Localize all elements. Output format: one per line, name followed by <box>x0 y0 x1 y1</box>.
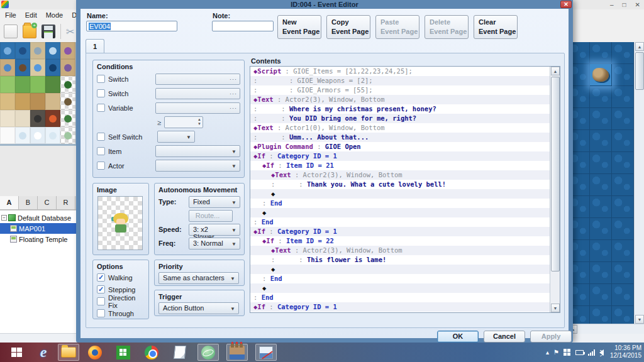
palette-tile[interactable] <box>0 59 15 76</box>
ok-button[interactable]: OK <box>437 331 479 343</box>
map-tile[interactable] <box>590 218 612 240</box>
start-button[interactable] <box>4 344 29 361</box>
map-tile[interactable] <box>612 64 634 86</box>
event-command-row[interactable]: ◆Text : Actor1(0), Window, Bottom <box>250 123 550 133</box>
open-project-icon[interactable]: + <box>23 25 36 38</box>
switch1-checkbox[interactable] <box>97 75 105 83</box>
speed-dropdown[interactable]: 3: x2 Slower▼ <box>189 224 240 236</box>
event-command-row[interactable]: ◆If : Item ID = 21 <box>250 161 550 170</box>
map-tile[interactable] <box>612 86 634 108</box>
palette-tile[interactable] <box>60 110 75 127</box>
map-tile[interactable] <box>612 218 634 240</box>
event-command-row[interactable]: : : Thank you. What a cute lovely bell! <box>250 180 550 189</box>
palette-tile[interactable] <box>45 42 60 59</box>
minimize-icon[interactable]: – <box>610 1 614 8</box>
map-tile[interactable] <box>612 306 634 324</box>
show-hidden-icons[interactable]: ▴ <box>546 349 549 356</box>
event-command-row[interactable]: ◆If : Category ID = 1 <box>250 302 550 312</box>
event-command-row[interactable]: : : This flower is lame! <box>250 255 550 265</box>
self-switch-dropdown[interactable]: ▼ <box>157 131 195 143</box>
palette-tile[interactable] <box>15 76 30 93</box>
map-tile[interactable] <box>590 130 612 152</box>
palette-tab-r[interactable]: R <box>57 196 75 209</box>
map-tile[interactable] <box>590 108 612 130</box>
scrollbar-thumb[interactable] <box>551 77 560 272</box>
event-command-row[interactable]: ◆Script : GIOE_Items = [21,22,23,24,25]; <box>250 67 550 76</box>
palette-tile[interactable] <box>15 59 30 76</box>
map-tile[interactable] <box>612 152 634 174</box>
event-command-row[interactable]: : : GIOE_Weapons = [2]; <box>250 76 550 85</box>
palette-tile[interactable] <box>0 42 15 59</box>
item-dropdown[interactable]: ▼ <box>155 145 240 157</box>
palette-tile[interactable] <box>15 42 30 59</box>
palette-tile[interactable] <box>0 110 15 127</box>
switch2-checkbox[interactable] <box>97 89 105 97</box>
scroll-down-icon[interactable]: ▼ <box>551 304 560 312</box>
event-command-row[interactable]: : End <box>250 199 550 208</box>
map-tile[interactable] <box>590 152 612 174</box>
map-tile[interactable] <box>590 174 612 196</box>
volume-icon[interactable] <box>599 349 604 356</box>
event-image-box[interactable] <box>97 196 143 250</box>
taskbar-chrome[interactable] <box>141 344 162 361</box>
menu-mode[interactable]: Mode <box>46 11 64 19</box>
palette-tile[interactable] <box>60 42 75 59</box>
note-input[interactable] <box>212 21 274 31</box>
taskbar-windows-store[interactable] <box>113 344 134 361</box>
trigger-dropdown[interactable]: Action Button▼ <box>158 302 239 314</box>
tree-collapse-icon[interactable]: − <box>1 215 7 221</box>
taskbar-app-green[interactable] <box>197 344 219 361</box>
self-switch-checkbox[interactable] <box>97 133 105 141</box>
direction-fix-checkbox[interactable] <box>97 297 105 305</box>
palette-tile[interactable] <box>0 127 15 144</box>
map-tile[interactable] <box>590 42 612 64</box>
event-command-row[interactable]: ◆ <box>250 189 550 199</box>
clear-event-page-button[interactable]: ClearEvent Page <box>474 15 518 39</box>
variable-field[interactable]: ··· <box>155 102 240 114</box>
event-command-row[interactable]: ◆ <box>250 208 550 217</box>
taskbar-notepad[interactable] <box>169 344 191 361</box>
palette-tile[interactable] <box>45 93 60 110</box>
map-tile[interactable] <box>590 306 612 324</box>
dialog-close-button[interactable]: ✕ <box>560 1 572 8</box>
event-command-row[interactable]: : : GIOE_Armors = [55]; <box>250 85 550 95</box>
contents-scrollbar[interactable]: ▲ ▼ <box>550 67 560 312</box>
cancel-button[interactable]: Cancel <box>484 331 525 343</box>
palette-tile[interactable] <box>0 93 15 110</box>
event-command-row[interactable]: : : Where is my christmas present, honey… <box>250 104 550 114</box>
map-tile[interactable] <box>612 42 634 64</box>
taskbar-paint-app[interactable] <box>255 344 277 361</box>
map-tile[interactable] <box>590 262 612 284</box>
event-command-row[interactable]: ◆If : Item ID = 22 <box>250 236 550 246</box>
event-command-row[interactable]: ◆ <box>250 283 550 293</box>
through-checkbox[interactable] <box>97 309 105 317</box>
palette-tile[interactable] <box>15 110 30 127</box>
clock[interactable]: 10:36 PM 12/14/2015 <box>605 344 641 359</box>
variable-checkbox[interactable] <box>97 104 105 112</box>
event-command-row[interactable]: ◆Text : Actor2(3), Window, Bottom <box>250 170 550 180</box>
palette-tile[interactable] <box>15 93 30 110</box>
taskbar-internet-explorer[interactable]: e <box>33 344 54 361</box>
taskbar-file-explorer[interactable] <box>58 344 79 361</box>
taskbar-firefox[interactable] <box>84 344 106 361</box>
event-command-row[interactable]: : End <box>250 274 550 283</box>
palette-tile[interactable] <box>30 59 45 76</box>
cut-icon[interactable]: ✂ <box>66 26 74 38</box>
scroll-up-icon[interactable]: ▲ <box>635 42 644 51</box>
map-tile[interactable] <box>612 130 634 152</box>
tree-item-floating-temple[interactable]: Floating Temple <box>0 234 76 244</box>
event-command-row[interactable]: ◆Text : Actor2(3), Window, Bottom <box>250 246 550 255</box>
palette-tab-c[interactable]: C <box>38 196 57 209</box>
map-tile[interactable] <box>590 86 612 108</box>
palette-tile[interactable] <box>30 127 45 144</box>
action-center-flag-icon[interactable]: ⚑ <box>553 349 559 356</box>
stepping-checkbox[interactable]: ✓ <box>97 285 105 293</box>
menu-edit[interactable]: Edit <box>25 11 37 19</box>
contents-list[interactable]: ◆Script : GIOE_Items = [21,22,23,24,25];… <box>250 67 550 312</box>
event-command-row[interactable]: ◆Plugin Command : GIOE Open <box>250 142 550 151</box>
save-icon[interactable] <box>42 25 55 38</box>
palette-tab-b[interactable]: B <box>19 196 38 209</box>
variable-value-spinner[interactable]: ▲▼ <box>164 116 203 128</box>
map-canvas[interactable] <box>568 42 634 324</box>
tree-item-map001[interactable]: MAP001 <box>0 223 76 234</box>
